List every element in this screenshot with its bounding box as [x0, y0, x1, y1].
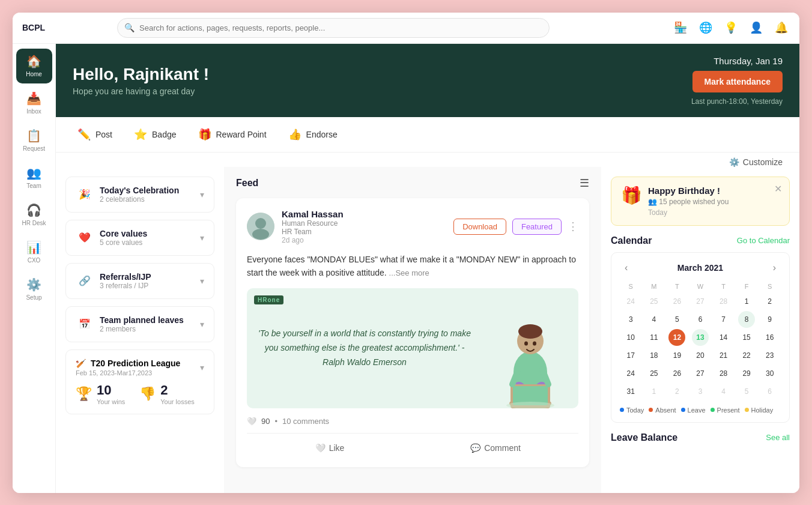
- post-author-team: HR Team: [282, 228, 344, 236]
- sidebar-item-inbox[interactable]: 📥 Inbox: [16, 86, 52, 121]
- sidebar-label-request: Request: [23, 145, 45, 152]
- quick-action-reward[interactable]: 🎁 Reward Point: [193, 125, 271, 144]
- sidebar-item-home[interactable]: 🏠 Home: [16, 49, 52, 83]
- featured-button[interactable]: Featured: [512, 219, 562, 235]
- customize-gear-icon: ⚙️: [729, 157, 739, 167]
- search-icon: 🔍: [124, 23, 135, 32]
- cal-day[interactable]: 1: [738, 293, 755, 310]
- t20-losses: 👎 2 Your losses: [139, 383, 194, 405]
- cal-day[interactable]: 20: [692, 347, 709, 364]
- comment-button[interactable]: 💬 Comment: [413, 440, 578, 456]
- cal-day[interactable]: 15: [738, 329, 755, 346]
- quick-action-post[interactable]: ✏️ Post: [73, 125, 117, 144]
- legend-holiday: Holiday: [745, 407, 774, 414]
- cal-day[interactable]: 26: [668, 293, 685, 310]
- cal-day[interactable]: 14: [715, 329, 732, 346]
- notification-icon[interactable]: 🔔: [773, 19, 790, 36]
- post-text: Everyone faces "MONDAY BLUEs" what if we…: [247, 253, 578, 280]
- feed-filter-icon[interactable]: ☰: [580, 177, 589, 190]
- cal-day[interactable]: 9: [762, 311, 778, 328]
- hrdesk-icon: 🎧: [26, 203, 41, 217]
- like-button[interactable]: 🤍 Like: [247, 440, 413, 456]
- quick-action-endorse[interactable]: 👍 Endorse: [283, 125, 342, 144]
- cal-day[interactable]: 25: [646, 365, 662, 382]
- cal-day-special[interactable]: 8: [738, 311, 755, 328]
- cal-day[interactable]: 24: [622, 365, 639, 382]
- cal-day[interactable]: 30: [762, 365, 778, 382]
- cal-day[interactable]: 24: [622, 293, 639, 310]
- profile-icon[interactable]: 👤: [748, 19, 765, 36]
- cal-day[interactable]: 11: [646, 329, 662, 346]
- svg-point-2: [252, 229, 269, 240]
- cal-day[interactable]: 5: [738, 383, 755, 400]
- cal-day[interactable]: 1: [646, 383, 662, 400]
- cal-day[interactable]: 7: [715, 311, 732, 328]
- greeting-subtitle: Hope you are having a great day: [73, 86, 209, 96]
- mark-attendance-button[interactable]: Mark attendance: [692, 71, 783, 92]
- celebration-chevron-icon: ▾: [200, 190, 204, 199]
- cal-today[interactable]: 12: [668, 329, 685, 346]
- cal-day[interactable]: 4: [646, 311, 662, 328]
- referrals-icon: 🔗: [76, 272, 94, 290]
- leave-see-all-link[interactable]: See all: [766, 433, 790, 442]
- cal-day[interactable]: 6: [692, 311, 709, 328]
- cal-day[interactable]: 23: [762, 347, 778, 364]
- cal-day[interactable]: 16: [762, 329, 778, 346]
- download-button[interactable]: Download: [453, 219, 506, 235]
- cal-day[interactable]: 22: [738, 347, 755, 364]
- core-values-widget[interactable]: ❤️ Core values 5 core values ▾: [65, 220, 214, 256]
- cal-day[interactable]: 3: [622, 311, 639, 328]
- celebration-widget[interactable]: 🎉 Today's Celebration 2 celebrations ▾: [65, 177, 214, 213]
- right-panel: ✕ 🎁 Happy Birthday ! 👥 15 people wished …: [601, 167, 799, 493]
- team-icon: 👥: [26, 166, 41, 180]
- cal-day[interactable]: 28: [715, 293, 732, 310]
- cal-day[interactable]: 18: [646, 347, 662, 364]
- cal-day[interactable]: 5: [668, 311, 685, 328]
- sidebar-item-team[interactable]: 👥 Team: [16, 160, 52, 195]
- post-menu-icon[interactable]: ⋮: [568, 220, 578, 233]
- see-more-link[interactable]: ...See more: [389, 268, 429, 277]
- cal-day[interactable]: 29: [738, 365, 755, 382]
- cal-day[interactable]: 19: [668, 347, 685, 364]
- svg-point-14: [524, 341, 528, 345]
- cal-day[interactable]: 2: [762, 293, 778, 310]
- sidebar-item-setup[interactable]: ⚙️ Setup: [16, 272, 52, 307]
- planned-leaves-widget[interactable]: 📅 Team planned leaves 2 members ▾: [65, 306, 214, 342]
- calendar-prev-icon[interactable]: ‹: [620, 261, 632, 274]
- birthday-close-icon[interactable]: ✕: [774, 183, 782, 195]
- cal-day[interactable]: 6: [762, 383, 778, 400]
- sidebar-item-hrdesk[interactable]: 🎧 HR Desk: [16, 198, 52, 232]
- cal-day[interactable]: 21: [715, 347, 732, 364]
- cal-day[interactable]: 28: [715, 365, 732, 382]
- cal-day-highlighted[interactable]: 13: [692, 329, 709, 346]
- leave-balance-title: Leave Balance: [611, 432, 677, 443]
- referrals-widget[interactable]: 🔗 Referrals/IJP 3 referrals / IJP ▾: [65, 263, 214, 299]
- cal-day[interactable]: 31: [622, 383, 639, 400]
- cal-day[interactable]: 4: [715, 383, 732, 400]
- store-icon[interactable]: 🏪: [672, 19, 689, 36]
- cal-day[interactable]: 10: [622, 329, 639, 346]
- cal-day[interactable]: 17: [622, 347, 639, 364]
- legend-today-label: Today: [626, 407, 644, 414]
- svg-point-1: [255, 218, 266, 229]
- go-to-calendar-link[interactable]: Go to Calendar: [737, 236, 790, 245]
- sidebar-item-request[interactable]: 📋 Request: [16, 123, 52, 158]
- core-values-chevron-icon: ▾: [200, 233, 204, 243]
- endorse-icon: 👍: [288, 128, 301, 141]
- globe-icon[interactable]: 🌐: [697, 19, 714, 36]
- cal-day[interactable]: 27: [692, 365, 709, 382]
- cal-day[interactable]: 3: [692, 383, 709, 400]
- cal-day[interactable]: 2: [668, 383, 685, 400]
- sidebar-item-cxo[interactable]: 📊 CXO: [16, 235, 52, 270]
- customize-button[interactable]: ⚙️ Customize: [729, 157, 783, 167]
- leave-balance-section: Leave Balance See all: [611, 432, 790, 449]
- cal-day[interactable]: 25: [646, 293, 662, 310]
- reward-icon: 🎁: [198, 128, 211, 141]
- cal-day[interactable]: 27: [692, 293, 709, 310]
- quick-action-badge[interactable]: ⭐ Badge: [129, 125, 181, 144]
- bulb-icon[interactable]: 💡: [723, 19, 739, 36]
- t20-losses-count: 2: [160, 383, 194, 398]
- calendar-next-icon[interactable]: ›: [768, 261, 781, 274]
- search-input[interactable]: [117, 18, 550, 38]
- cal-day[interactable]: 26: [668, 365, 685, 382]
